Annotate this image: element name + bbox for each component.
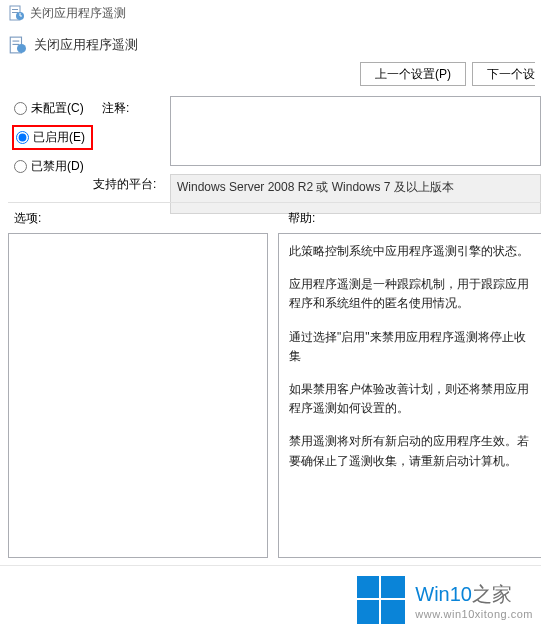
policy-name: 关闭应用程序遥测 — [34, 36, 533, 54]
radio-disabled-label: 已禁用(D) — [31, 158, 84, 175]
help-p3: 通过选择"启用"来禁用应用程序遥测将停止收集 — [289, 328, 531, 366]
supported-text: Windows Server 2008 R2 或 Windows 7 及以上版本 — [177, 180, 454, 194]
help-p1: 此策略控制系统中应用程序遥测引擎的状态。 — [289, 242, 531, 261]
radio-disabled-input[interactable] — [14, 160, 27, 173]
windows-logo-icon — [357, 576, 405, 624]
help-p5: 禁用遥测将对所有新启动的应用程序生效。若要确保止了遥测收集，请重新启动计算机。 — [289, 432, 531, 470]
radio-enabled[interactable]: 已启用(E) — [16, 129, 85, 146]
watermark: Win10之家 www.win10xitong.com — [357, 576, 533, 624]
svg-rect-1 — [12, 9, 18, 10]
policy-header-icon — [8, 36, 26, 54]
lower-body: 此策略控制系统中应用程序遥测引擎的状态。 应用程序遥测是一种跟踪机制，用于跟踪应… — [8, 233, 541, 558]
radio-not-configured[interactable]: 未配置(C) — [14, 100, 87, 117]
radio-enabled-label: 已启用(E) — [33, 129, 85, 146]
nav-buttons: 上一个设置(P) 下一个设 — [0, 54, 541, 96]
help-header: 帮助: — [278, 210, 541, 227]
options-box[interactable] — [8, 233, 268, 558]
help-p2: 应用程序遥测是一种跟踪机制，用于跟踪应用程序和系统组件的匿名使用情况。 — [289, 275, 531, 313]
options-header: 选项: — [8, 210, 278, 227]
watermark-text: Win10之家 www.win10xitong.com — [415, 581, 533, 620]
svg-rect-2 — [12, 12, 18, 13]
settings-area: 未配置(C) 已启用(E) 已禁用(D) 注释: 支持的平台: Windows … — [0, 96, 541, 100]
radio-enabled-input[interactable] — [16, 131, 29, 144]
lower-headers: 选项: 帮助: — [8, 210, 541, 233]
policy-header: 关闭应用程序遥测 — [0, 26, 541, 54]
radio-group: 未配置(C) 已启用(E) 已禁用(D) — [14, 100, 87, 175]
highlight-box: 已启用(E) — [12, 125, 93, 150]
help-p4: 如果禁用客户体验改善计划，则还将禁用应用程序遥测如何设置的。 — [289, 380, 531, 418]
window-title: 关闭应用程序遥测 — [30, 5, 126, 22]
svg-rect-6 — [13, 44, 20, 45]
svg-point-7 — [17, 44, 26, 53]
comment-input[interactable] — [170, 96, 541, 166]
supported-box: Windows Server 2008 R2 或 Windows 7 及以上版本 — [170, 174, 541, 214]
help-box: 此策略控制系统中应用程序遥测引擎的状态。 应用程序遥测是一种跟踪机制，用于跟踪应… — [278, 233, 541, 558]
watermark-url: www.win10xitong.com — [415, 608, 533, 620]
radio-not-configured-label: 未配置(C) — [31, 100, 84, 117]
policy-icon — [8, 5, 24, 21]
radio-not-configured-input[interactable] — [14, 102, 27, 115]
lower-section: 选项: 帮助: 此策略控制系统中应用程序遥测引擎的状态。 应用程序遥测是一种跟踪… — [8, 210, 541, 558]
title-bar: 关闭应用程序遥测 — [0, 0, 541, 26]
divider — [8, 202, 541, 203]
watermark-brand-left: Win10 — [415, 583, 472, 605]
bottom-divider — [0, 565, 541, 566]
next-setting-button[interactable]: 下一个设 — [472, 62, 535, 86]
prev-setting-button[interactable]: 上一个设置(P) — [360, 62, 466, 86]
supported-label: 支持的平台: — [93, 176, 156, 193]
watermark-brand: Win10之家 — [415, 581, 533, 608]
watermark-brand-right: 之家 — [472, 583, 512, 605]
radio-disabled[interactable]: 已禁用(D) — [14, 158, 87, 175]
svg-rect-5 — [13, 41, 20, 42]
comment-label: 注释: — [102, 100, 129, 117]
